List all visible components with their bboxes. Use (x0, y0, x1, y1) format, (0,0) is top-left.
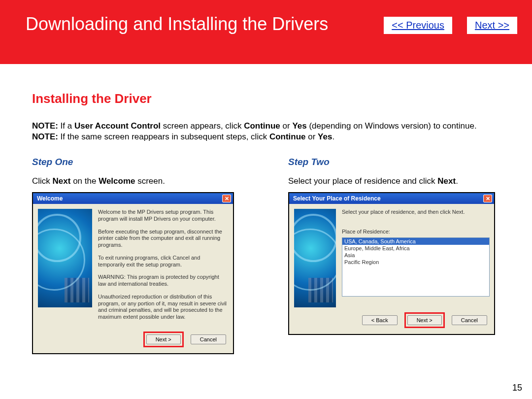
residence-dialog-title: Select Your Place of Residence (293, 195, 381, 202)
decorative-graphic (38, 209, 92, 307)
previous-button[interactable]: << Previous (384, 17, 452, 34)
welcome-dialog-title: Welcome (37, 195, 63, 202)
residence-text: Select your place of residence, and then… (342, 209, 490, 307)
residence-dialog: Select Your Place of Residence ✕ Select … (288, 192, 495, 335)
close-icon[interactable]: ✕ (483, 195, 492, 202)
residence-listbox[interactable]: USA, Canada, South America Europe, Middl… (342, 237, 490, 297)
residence-back-button[interactable]: < Back (362, 315, 398, 325)
welcome-dialog: Welcome ✕ Welcome to the MP Drivers setu… (32, 192, 234, 354)
welcome-titlebar: Welcome ✕ (33, 193, 233, 204)
residence-titlebar: Select Your Place of Residence ✕ (289, 193, 494, 204)
decorative-graphic (294, 209, 336, 307)
page-number: 15 (512, 383, 522, 393)
list-item[interactable]: Europe, Middle East, Africa (342, 245, 489, 252)
residence-next-button[interactable]: Next > (407, 315, 442, 325)
note-line-1: NOTE: If a User Account Control screen a… (32, 121, 505, 131)
page-title: Downloading and Installing the Drivers (26, 14, 328, 34)
step-two-desc: Select your place of residence and click… (288, 176, 520, 186)
next-highlight: Next > (143, 332, 184, 347)
next-highlight: Next > (404, 312, 445, 328)
steps-row: Step One Click Next on the Welcome scree… (32, 157, 505, 354)
step-one-desc: Click Next on the Welcome screen. (32, 176, 264, 186)
section-title: Installing the Driver (32, 91, 505, 106)
list-item[interactable]: Pacific Region (342, 259, 489, 266)
list-item[interactable]: USA, Canada, South America (342, 238, 489, 245)
residence-label: Place of Residence: (342, 229, 490, 235)
welcome-body: Welcome to the MP Drivers setup program.… (33, 204, 233, 332)
step-two: Step Two Select your place of residence … (288, 157, 520, 354)
note-line-2: NOTE: If the same screen reappears in su… (32, 132, 505, 142)
residence-cancel-button[interactable]: Cancel (452, 315, 487, 325)
step-one: Step One Click Next on the Welcome scree… (32, 157, 264, 354)
step-two-title: Step Two (288, 157, 520, 167)
nav-buttons: << Previous Next >> (384, 17, 517, 34)
welcome-cancel-button[interactable]: Cancel (191, 334, 226, 344)
welcome-next-button[interactable]: Next > (146, 334, 181, 344)
residence-button-row: < Back Next > Cancel (289, 312, 494, 334)
close-icon[interactable]: ✕ (222, 195, 231, 202)
content: Installing the Driver NOTE: If a User Ac… (0, 64, 532, 354)
welcome-text: Welcome to the MP Drivers setup program.… (98, 209, 227, 327)
step-one-title: Step One (32, 157, 264, 167)
next-button[interactable]: Next >> (467, 17, 517, 34)
residence-body: Select your place of residence, and then… (289, 204, 494, 312)
page-header: Downloading and Installing the Drivers <… (0, 0, 532, 64)
welcome-button-row: Next > Cancel (33, 332, 233, 353)
list-item[interactable]: Asia (342, 252, 489, 259)
